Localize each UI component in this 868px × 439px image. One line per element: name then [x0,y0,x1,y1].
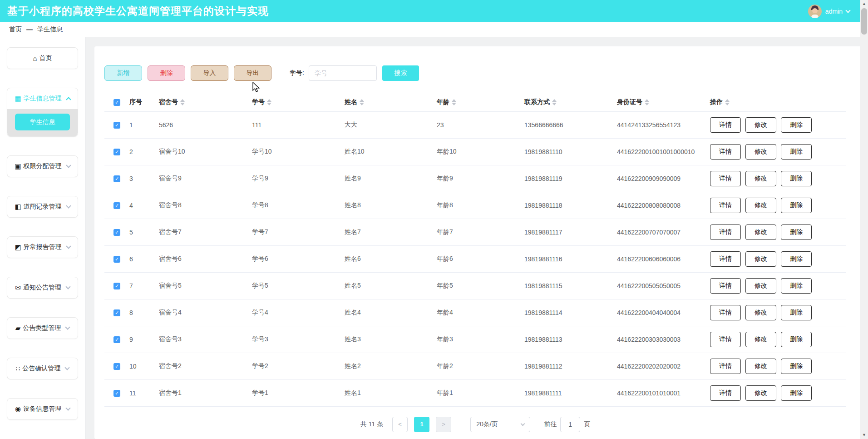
sort-icon[interactable] [725,99,730,105]
row-delete-button[interactable]: 删除 [781,385,812,401]
row-checkbox[interactable]: ✓ [113,149,120,155]
sort-icon[interactable] [180,99,185,105]
actions-cell: 详情修改删除 [710,272,846,299]
cell-4: 年龄6 [437,245,524,272]
cell-4: 23 [437,111,524,138]
chevron-down-icon [65,324,70,329]
row-checkbox[interactable]: ✓ [113,363,120,370]
row-delete-button[interactable]: 删除 [781,144,812,160]
row-delete-button[interactable]: 删除 [781,305,812,320]
row-delete-button[interactable]: 删除 [781,198,812,213]
sidebar: ⌂首页▦学生信息管理学生信息▣权限分配管理◧道闸记录管理◩异常报告管理✉通知公告… [0,37,85,439]
notice-icon: ✉ [15,284,21,292]
actions-cell: 详情修改删除 [710,192,846,219]
detail-button[interactable]: 详情 [710,224,741,240]
detail-button[interactable]: 详情 [710,198,741,213]
detail-button[interactable]: 详情 [710,171,741,186]
sort-icon[interactable] [552,99,557,105]
row-delete-button[interactable]: 删除 [781,224,812,240]
detail-button[interactable]: 详情 [710,144,741,160]
row-checkbox[interactable]: ✓ [113,256,120,263]
row-checkbox[interactable]: ✓ [113,309,120,316]
column-header-7[interactable]: 操作 [710,93,846,111]
sort-icon[interactable] [360,99,364,105]
edit-button[interactable]: 修改 [745,278,776,294]
search-input[interactable] [309,65,377,81]
sort-icon[interactable] [452,99,456,105]
edit-button[interactable]: 修改 [745,332,776,347]
cell-4: 年龄9 [437,165,524,192]
row-checkbox[interactable]: ✓ [113,229,120,236]
sidebar-item-5[interactable]: ✉通知公告管理 [7,277,78,299]
vertical-scrollbar[interactable]: ▲ ▼ [860,0,868,439]
edit-button[interactable]: 修改 [745,251,776,267]
edit-button[interactable]: 修改 [745,385,776,401]
detail-button[interactable]: 详情 [710,278,741,294]
search-field-label: 学号: [290,69,304,77]
notice-type-icon: ▰ [15,324,21,332]
detail-button[interactable]: 详情 [710,251,741,267]
breadcrumb-home[interactable]: 首页 [9,25,22,34]
row-delete-button[interactable]: 删除 [781,332,812,347]
sidebar-item-0[interactable]: ⌂首页 [7,47,78,69]
sidebar-item-3[interactable]: ◧道闸记录管理 [7,196,78,218]
column-header-4[interactable]: 年龄 [437,93,524,111]
pagination-next-button[interactable]: > [436,417,451,432]
column-header-2[interactable]: 学号 [252,93,345,111]
row-checkbox[interactable]: ✓ [113,122,120,129]
row-checkbox[interactable]: ✓ [113,336,120,343]
submenu-item-student-info[interactable]: 学生信息 [15,114,70,130]
scroll-down-arrow-icon[interactable]: ▼ [860,431,868,439]
detail-button[interactable]: 详情 [710,305,741,320]
sidebar-item-4[interactable]: ◩异常报告管理 [7,236,78,258]
sidebar-item-2[interactable]: ▣权限分配管理 [7,155,78,177]
edit-button[interactable]: 修改 [745,144,776,160]
sort-icon[interactable] [267,99,271,105]
edit-button[interactable]: 修改 [745,198,776,213]
row-checkbox[interactable]: ✓ [113,283,120,289]
row-delete-button[interactable]: 删除 [781,278,812,294]
row-checkbox[interactable]: ✓ [113,202,120,209]
cell-0: 7 [129,272,159,299]
row-delete-button[interactable]: 删除 [781,359,812,374]
select-all-checkbox[interactable]: ✓ [113,99,120,106]
sidebar-item-8[interactable]: ◉设备信息管理 [7,398,78,420]
sidebar-item-1[interactable]: ▦学生信息管理学生信息 [7,88,78,137]
row-delete-button[interactable]: 删除 [781,117,812,133]
detail-button[interactable]: 详情 [710,332,741,347]
scroll-up-arrow-icon[interactable]: ▲ [860,0,868,8]
column-header-6[interactable]: 身份证号 [617,93,710,111]
cell-0: 10 [129,353,159,379]
search-button[interactable]: 搜索 [382,65,419,81]
pagination-page-1[interactable]: 1 [414,417,429,432]
edit-button[interactable]: 修改 [745,224,776,240]
add-button[interactable]: 新增 [104,65,142,81]
cell-0: 6 [129,245,159,272]
export-button[interactable]: 导出 [234,65,271,81]
edit-button[interactable]: 修改 [745,359,776,374]
sort-icon[interactable] [645,99,649,105]
row-delete-button[interactable]: 删除 [781,171,812,186]
row-checkbox[interactable]: ✓ [113,390,120,397]
column-header-5[interactable]: 联系方式 [524,93,617,111]
actions-cell: 详情修改删除 [710,299,846,326]
column-header-1[interactable]: 宿舍号 [159,93,252,111]
column-header-3[interactable]: 姓名 [345,93,437,111]
detail-button[interactable]: 详情 [710,117,741,133]
row-delete-button[interactable]: 删除 [781,251,812,267]
edit-button[interactable]: 修改 [745,305,776,320]
sidebar-item-7[interactable]: ∷公告确认管理 [7,358,78,379]
sidebar-item-6[interactable]: ▰公告类型管理 [7,317,78,339]
edit-button[interactable]: 修改 [745,117,776,133]
page-size-select[interactable]: 20条/页 [470,417,530,432]
detail-button[interactable]: 详情 [710,385,741,401]
detail-button[interactable]: 详情 [710,359,741,374]
pagination-prev-button[interactable]: < [392,417,408,432]
goto-page-input[interactable] [560,417,580,432]
scrollbar-thumb[interactable] [861,8,867,35]
delete-button[interactable]: 删除 [148,65,185,81]
edit-button[interactable]: 修改 [745,171,776,186]
row-checkbox[interactable]: ✓ [113,175,120,182]
user-menu[interactable]: admin [808,5,850,18]
import-button[interactable]: 导入 [191,65,228,81]
